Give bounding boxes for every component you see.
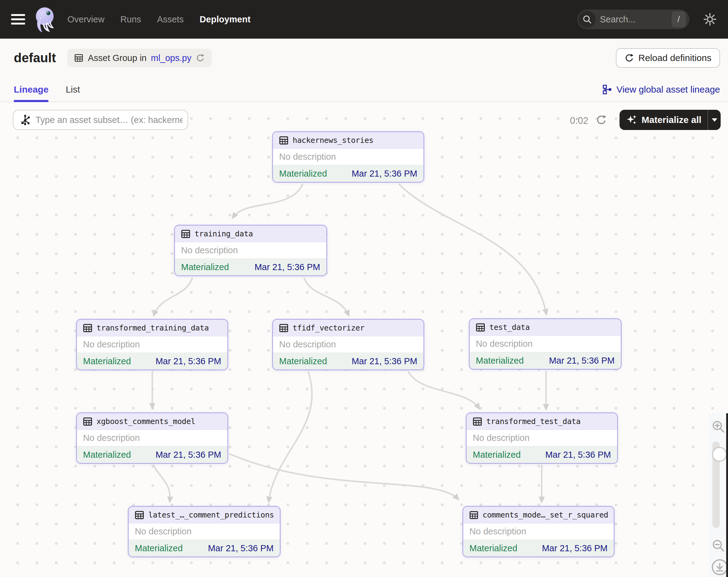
asset-filter	[13, 110, 188, 130]
asset-timestamp[interactable]: Mar 21, 5:36 PM	[542, 543, 607, 553]
asset-node-header: transformed_training_data	[77, 320, 227, 336]
search-input[interactable]	[596, 15, 672, 25]
asset-status: Materialized	[83, 450, 131, 460]
asset-filter-input[interactable]	[35, 115, 183, 125]
nav-item-runs[interactable]: Runs	[121, 15, 141, 25]
table-icon	[279, 135, 289, 146]
asset-node[interactable]: test_data No description Materialized Ma…	[469, 318, 622, 370]
search-icon	[578, 11, 596, 28]
asset-timestamp[interactable]: Mar 21, 5:36 PM	[255, 262, 320, 272]
asset-node[interactable]: transformed_training_data No description…	[76, 319, 228, 370]
asset-node-header: latest_…_comment_predictions	[129, 507, 280, 523]
asset-node-body: No description	[77, 430, 227, 446]
asset-timestamp[interactable]: Mar 21, 5:36 PM	[352, 169, 417, 179]
asset-node[interactable]: comments_mode…_set_r_squared No descript…	[462, 506, 615, 557]
asset-description: No description	[181, 245, 238, 255]
asset-node[interactable]: hackernews_stories No description Materi…	[272, 131, 424, 183]
asset-node-body: No description	[77, 336, 227, 353]
asset-name: tfidf_vectorizer	[293, 323, 364, 332]
asset-description: No description	[473, 433, 529, 443]
asset-node-body: No description	[129, 523, 280, 540]
asset-node[interactable]: latest_…_comment_predictions No descript…	[128, 506, 281, 557]
asset-name: test_data	[489, 323, 530, 332]
asset-node-footer: Materialized Mar 21, 5:36 PM	[273, 165, 423, 182]
asset-name: transformed_test_data	[486, 417, 581, 426]
asset-node-footer: Materialized Mar 21, 5:36 PM	[467, 446, 617, 463]
zoom-slider-thumb[interactable]	[712, 447, 727, 462]
download-image-icon[interactable]	[711, 559, 728, 576]
asset-timestamp[interactable]: Mar 21, 5:36 PM	[549, 356, 615, 366]
asset-node-header: test_data	[470, 319, 621, 336]
table-icon	[82, 323, 93, 333]
asset-node[interactable]: transformed_test_data No description Mat…	[466, 412, 618, 464]
asset-timestamp[interactable]: Mar 21, 5:36 PM	[208, 543, 274, 553]
asset-node-footer: Materialized Mar 21, 5:36 PM	[470, 352, 621, 369]
asset-timestamp[interactable]: Mar 21, 5:36 PM	[156, 450, 221, 460]
nav-item-assets[interactable]: Assets	[157, 15, 184, 25]
asset-node-footer: Materialized Mar 21, 5:36 PM	[273, 353, 423, 370]
asset-status: Materialized	[469, 543, 517, 553]
sparkle-icon	[626, 114, 638, 126]
graph-refresh-icon[interactable]	[596, 114, 607, 126]
asset-status: Materialized	[476, 356, 524, 366]
asset-node[interactable]: xgboost_comments_model No description Ma…	[76, 412, 228, 464]
asset-status: Materialized	[279, 169, 327, 179]
asset-node-body: No description	[175, 242, 326, 258]
table-icon	[475, 322, 486, 333]
asset-node-header: tfidf_vectorizer	[273, 320, 423, 336]
zoom-slider[interactable]	[712, 442, 720, 528]
asset-name: latest_…_comment_predictions	[148, 510, 274, 519]
asset-timestamp[interactable]: Mar 21, 5:36 PM	[156, 356, 221, 367]
asset-node[interactable]: training_data No description Materialize…	[174, 225, 327, 276]
table-icon	[82, 416, 93, 427]
asset-name: training_data	[194, 229, 253, 238]
asset-node-header: hackernews_stories	[273, 132, 423, 149]
asset-node-body: No description	[467, 430, 617, 446]
top-navbar: Overview Runs Assets Deployment /	[0, 0, 728, 39]
primary-nav: Overview Runs Assets Deployment	[68, 15, 251, 25]
materialize-all-label: Materialize all	[642, 115, 701, 125]
dagster-app: { "nav": { "items": [ {"label": "Overvie…	[0, 0, 728, 577]
asset-node-header: training_data	[175, 226, 326, 242]
window-scrollbar[interactable]	[726, 413, 728, 577]
asset-node-body: No description	[463, 523, 614, 540]
asset-node-body: No description	[273, 149, 423, 165]
asset-description: No description	[476, 339, 532, 349]
asset-name: xgboost_comments_model	[97, 417, 195, 426]
asset-selection-icon	[19, 114, 31, 126]
dagster-logo[interactable]	[33, 6, 57, 32]
refresh-timer: 0:02	[570, 115, 588, 126]
table-icon	[472, 416, 483, 427]
asset-node-header: comments_mode…_set_r_squared	[463, 507, 614, 523]
asset-description: No description	[279, 152, 336, 162]
table-icon	[279, 323, 289, 333]
asset-description: No description	[135, 526, 191, 536]
asset-node-footer: Materialized Mar 21, 5:36 PM	[77, 446, 227, 463]
asset-status: Materialized	[473, 450, 521, 460]
asset-name: comments_mode…_set_r_squared	[483, 510, 608, 519]
asset-node-header: transformed_test_data	[467, 413, 617, 430]
asset-name: transformed_training_data	[97, 323, 209, 332]
materialize-all-button[interactable]: Materialize all	[620, 110, 721, 130]
asset-status: Materialized	[279, 356, 327, 367]
zoom-in-icon[interactable]	[711, 420, 726, 434]
asset-node[interactable]: tfidf_vectorizer No description Material…	[272, 319, 424, 370]
zoom-out-icon[interactable]	[711, 538, 726, 553]
asset-status: Materialized	[135, 543, 183, 553]
asset-timestamp[interactable]: Mar 21, 5:36 PM	[545, 450, 611, 460]
asset-timestamp[interactable]: Mar 21, 5:36 PM	[352, 356, 417, 367]
nav-item-deployment[interactable]: Deployment	[200, 15, 251, 25]
table-icon	[180, 229, 191, 239]
materialize-dropdown-caret[interactable]	[708, 118, 721, 122]
asset-node-body: No description	[273, 336, 423, 353]
asset-node-body: No description	[470, 336, 621, 352]
hamburger-menu-icon[interactable]	[11, 14, 25, 25]
asset-nodes-layer: hackernews_stories No description Materi…	[0, 0, 728, 577]
global-search[interactable]: /	[577, 9, 690, 29]
asset-node-footer: Materialized Mar 21, 5:36 PM	[175, 258, 326, 275]
nav-item-overview[interactable]: Overview	[68, 15, 104, 25]
asset-description: No description	[469, 526, 526, 536]
settings-gear-icon[interactable]	[703, 12, 717, 26]
asset-description: No description	[279, 340, 336, 350]
table-icon	[469, 510, 479, 520]
